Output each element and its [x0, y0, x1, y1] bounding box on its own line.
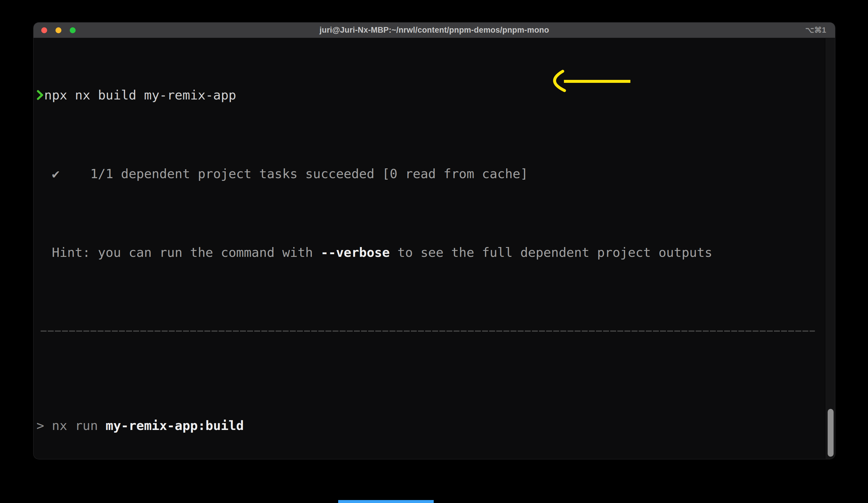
command-text: npx nx build my-remix-app — [44, 88, 236, 102]
nx-run-line: > nx run my-remix-app:build — [37, 418, 835, 433]
title-bar[interactable]: juri@Juri-Nx-MBP:~/nrwl/content/pnpm-dem… — [33, 22, 835, 38]
close-button[interactable] — [41, 27, 47, 33]
command-line: npx nx build my-remix-app — [37, 87, 835, 103]
hint-text-post: to see the full dependent project output… — [390, 245, 712, 260]
nx-run-target: my-remix-app:build — [106, 418, 244, 433]
terminal-window: juri@Juri-Nx-MBP:~/nrwl/content/pnpm-dem… — [33, 22, 835, 459]
minimize-button[interactable] — [55, 27, 61, 33]
scrollbar-thumb[interactable] — [828, 409, 834, 457]
prompt-chevron-icon — [37, 88, 44, 98]
zoom-button[interactable] — [70, 27, 76, 33]
gap — [60, 166, 91, 181]
check-icon: ✔ — [52, 166, 60, 181]
scrollbar-track[interactable] — [825, 38, 835, 459]
window-shortcut-hint: ⌥⌘1 — [805, 26, 826, 35]
indent — [37, 166, 52, 181]
window-title: juri@Juri-Nx-MBP:~/nrwl/content/pnpm-dem… — [320, 26, 549, 35]
hint-line: Hint: you can run the command with --ver… — [37, 245, 835, 260]
separator-gray — [37, 323, 835, 339]
task-success-line: ✔ 1/1 dependent project tasks succeeded … — [37, 166, 835, 182]
traffic-lights — [41, 22, 76, 38]
task-success-text: 1/1 dependent project tasks succeeded [0… — [90, 166, 528, 181]
hint-text-pre: Hint: you can run the command with — [37, 245, 321, 260]
verbose-flag: --verbose — [321, 245, 390, 260]
terminal-content[interactable]: npx nx build my-remix-app ✔ 1/1 dependen… — [33, 38, 835, 459]
desktop-background: juri@Juri-Nx-MBP:~/nrwl/content/pnpm-dem… — [0, 0, 868, 503]
nx-run-prefix: > nx run — [37, 418, 106, 433]
video-progress-fragment — [338, 500, 434, 503]
yellow-arrow-annotation — [544, 68, 633, 94]
